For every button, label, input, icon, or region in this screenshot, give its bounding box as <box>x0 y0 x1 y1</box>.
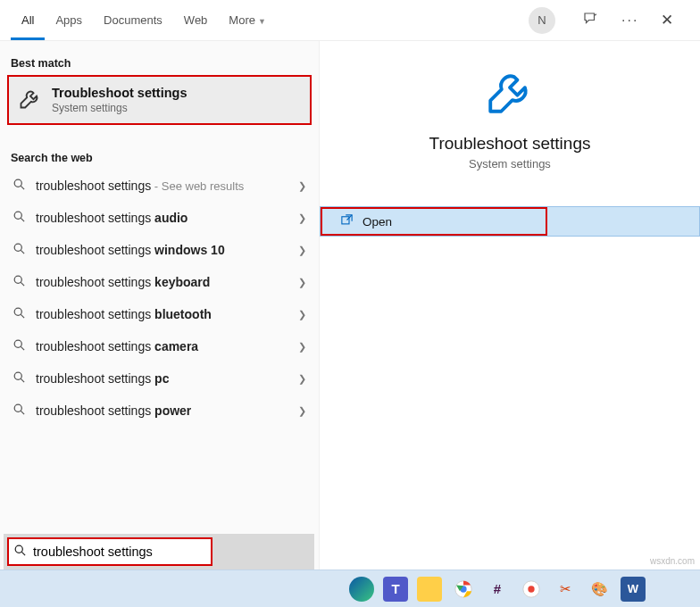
svg-point-4 <box>14 244 21 251</box>
taskbar-paint-icon[interactable]: 🎨 <box>587 577 612 602</box>
svg-point-12 <box>14 372 21 379</box>
search-icon <box>12 306 27 323</box>
tab-apps[interactable]: Apps <box>45 1 93 40</box>
tab-all[interactable]: All <box>11 1 45 40</box>
svg-line-13 <box>21 378 24 382</box>
web-result-text: troubleshoot settings audio <box>36 211 293 225</box>
search-icon <box>12 370 27 387</box>
web-result-text: troubleshoot settings pc <box>36 371 293 386</box>
web-result-item[interactable]: troubleshoot settings power❯ <box>0 395 319 427</box>
svg-line-17 <box>21 552 25 555</box>
svg-point-16 <box>15 545 22 553</box>
web-result-item[interactable]: troubleshoot settings pc❯ <box>0 362 319 395</box>
svg-line-5 <box>21 250 24 254</box>
search-icon <box>12 274 27 291</box>
preview-actions: Open <box>320 206 700 237</box>
svg-line-1 <box>21 186 24 189</box>
search-input[interactable] <box>33 545 206 559</box>
web-result-item[interactable]: troubleshoot settings bluetooth❯ <box>0 298 319 330</box>
preview-subtitle: System settings <box>469 157 551 170</box>
svg-line-15 <box>21 411 24 414</box>
web-result-text: troubleshoot settings bluetooth <box>36 307 293 321</box>
svg-line-9 <box>21 314 24 318</box>
svg-point-14 <box>14 404 21 412</box>
svg-point-0 <box>14 179 21 187</box>
user-avatar[interactable]: N <box>529 7 555 34</box>
svg-point-22 <box>528 586 534 592</box>
wrench-icon <box>18 86 43 114</box>
close-icon[interactable]: ✕ <box>661 11 679 29</box>
search-results-panel: Best match Troubleshoot settings System … <box>0 41 320 570</box>
chevron-right-icon: ❯ <box>298 180 306 192</box>
chevron-right-icon: ❯ <box>298 405 306 417</box>
wrench-icon <box>484 66 536 121</box>
svg-point-6 <box>14 276 21 283</box>
web-result-item[interactable]: troubleshoot settings audio❯ <box>0 202 319 234</box>
svg-line-11 <box>21 346 24 350</box>
svg-point-2 <box>14 212 21 219</box>
search-icon <box>12 242 27 259</box>
chevron-right-icon: ❯ <box>298 341 306 353</box>
chevron-right-icon: ❯ <box>298 212 306 224</box>
svg-point-8 <box>14 308 21 315</box>
chevron-right-icon: ❯ <box>298 309 306 320</box>
search-bar-container <box>4 534 314 570</box>
web-result-text: troubleshoot settings camera <box>36 339 293 353</box>
watermark: wsxdn.com <box>650 556 695 566</box>
tab-documents[interactable]: Documents <box>93 1 173 40</box>
search-icon <box>12 178 27 195</box>
web-result-item[interactable]: troubleshoot settings keyboard❯ <box>0 266 319 298</box>
search-icon <box>12 338 27 355</box>
svg-line-3 <box>21 218 24 221</box>
taskbar-slack-icon[interactable]: # <box>485 577 510 602</box>
web-result-text: troubleshoot settings windows 10 <box>36 243 293 257</box>
web-result-item[interactable]: troubleshoot settings - See web results❯ <box>0 170 319 202</box>
search-web-heading: Search the web <box>0 136 319 170</box>
svg-line-7 <box>21 282 24 286</box>
chevron-right-icon: ❯ <box>298 277 306 288</box>
taskbar-app-icon[interactable] <box>519 577 544 602</box>
web-result-text: troubleshoot settings keyboard <box>36 275 293 289</box>
tab-web[interactable]: Web <box>173 1 219 40</box>
web-result-text: troubleshoot settings power <box>36 403 293 418</box>
web-result-item[interactable]: troubleshoot settings windows 10❯ <box>0 234 319 266</box>
svg-rect-18 <box>342 216 349 223</box>
more-options-icon[interactable]: ··· <box>621 12 639 29</box>
chevron-down-icon: ▼ <box>258 17 266 26</box>
taskbar: T # ✂ 🎨 W <box>0 570 700 607</box>
search-icon <box>12 210 27 227</box>
feedback-icon[interactable] <box>582 11 600 30</box>
taskbar-teams-icon[interactable]: T <box>383 577 408 602</box>
best-match-result[interactable]: Troubleshoot settings System settings <box>7 75 312 125</box>
taskbar-snip-icon[interactable]: ✂ <box>553 577 578 602</box>
preview-title: Troubleshoot settings <box>429 134 591 154</box>
taskbar-edge-icon[interactable] <box>349 577 374 602</box>
web-result-text: troubleshoot settings - See web results <box>36 179 293 193</box>
web-result-item[interactable]: troubleshoot settings camera❯ <box>0 330 319 362</box>
open-button[interactable]: Open <box>321 207 547 236</box>
open-button-secondary[interactable] <box>547 207 699 236</box>
open-label: Open <box>362 215 392 229</box>
best-match-subtitle: System settings <box>52 102 187 114</box>
search-icon <box>12 403 27 420</box>
taskbar-chrome-icon[interactable] <box>451 577 476 602</box>
taskbar-word-icon[interactable]: W <box>621 577 646 602</box>
search-filter-tabs: All Apps Documents Web More▼ N ··· ✕ <box>0 0 700 41</box>
tab-more[interactable]: More▼ <box>218 1 277 40</box>
svg-point-10 <box>14 340 21 347</box>
open-icon <box>340 213 354 230</box>
web-results-list: troubleshoot settings - See web results❯… <box>0 170 319 427</box>
chevron-right-icon: ❯ <box>298 245 306 256</box>
best-match-title: Troubleshoot settings <box>52 86 187 100</box>
best-match-heading: Best match <box>0 41 319 75</box>
preview-panel: Troubleshoot settings System settings Op… <box>320 41 700 570</box>
chevron-right-icon: ❯ <box>298 373 306 385</box>
search-icon <box>13 544 28 561</box>
search-box[interactable] <box>7 537 212 566</box>
taskbar-explorer-icon[interactable] <box>417 577 442 602</box>
